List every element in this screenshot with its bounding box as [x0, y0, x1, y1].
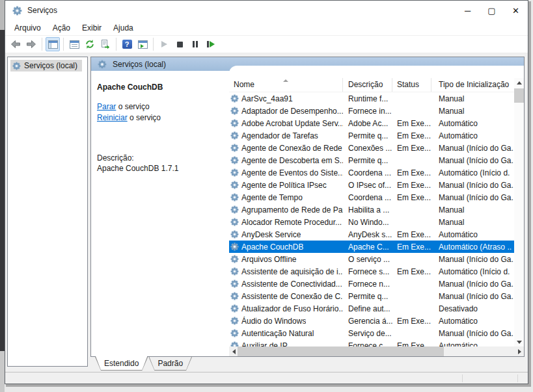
service-row[interactable]: Agente de Tempo Coordena ... Em Exe... M…	[229, 191, 514, 203]
service-row[interactable]: Auxiliar de IP Fornece c... Em Exe... Au…	[229, 339, 514, 346]
service-description-cell: O serviço ...	[343, 255, 392, 264]
restart-service-line: Reiniciar o serviço	[97, 112, 223, 123]
forward-button[interactable]	[24, 37, 38, 51]
show-console-tree-button[interactable]	[46, 37, 60, 51]
vertical-scroll-thumb[interactable]	[514, 88, 524, 103]
scroll-right-arrow[interactable]	[515, 346, 524, 356]
status-bar-separator	[517, 374, 518, 382]
service-gear-icon	[230, 280, 239, 288]
refresh-button[interactable]	[83, 37, 97, 51]
service-status-cell: Em Exe...	[392, 168, 431, 177]
column-header-nome[interactable]: Nome	[229, 78, 343, 92]
tab-padrao[interactable]: Padrão	[148, 357, 192, 371]
show-action-pane-button[interactable]	[135, 37, 150, 51]
menu-ajuda[interactable]: Ajuda	[107, 21, 139, 34]
service-row[interactable]: Assistente de Conectividad... Fornece n.…	[229, 278, 514, 290]
menu-acao[interactable]: Ação	[47, 21, 76, 34]
service-row[interactable]: Agente de Eventos do Siste... Coordena .…	[229, 166, 514, 179]
action-pane-icon	[138, 40, 148, 49]
service-startup-type-cell: Manual (Início do Ga.	[431, 329, 514, 338]
menu-arquivo[interactable]: Arquivo	[8, 21, 47, 34]
service-gear-icon	[230, 94, 239, 103]
menu-exibir[interactable]: Exibir	[76, 21, 107, 34]
service-row[interactable]: Autenticação Natural Serviço de... Manua…	[229, 327, 514, 339]
restart-service-suffix: o serviço	[128, 113, 161, 122]
service-row[interactable]: Agrupamento de Rede de Par Habilita a ..…	[229, 203, 514, 216]
status-bar-separator	[462, 374, 463, 382]
service-startup-type-cell: Manual (Início do Ga.	[431, 292, 514, 301]
service-startup-type-cell: Automático	[431, 131, 514, 140]
service-startup-type-cell: Automático (Início d.	[431, 168, 514, 177]
service-description-cell: Coordena ...	[343, 193, 392, 202]
service-startup-type-cell: Manual (Início do Ga.	[431, 144, 514, 153]
service-row[interactable]: Atualizador de Fuso Horário... Define au…	[229, 302, 514, 315]
service-status-cell: Em Exe...	[392, 242, 431, 252]
service-name-cell: Agente de Eventos do Siste...	[229, 168, 343, 177]
service-description-cell: No Windo...	[343, 218, 392, 227]
services-gear-icon	[12, 62, 21, 70]
horizontal-scrollbar[interactable]	[229, 346, 524, 356]
service-row[interactable]: Adobe Acrobat Update Serv... Adobe Ac...…	[229, 117, 514, 129]
service-description-cell: AnyDesk s...	[343, 230, 392, 239]
toolbar-separator	[42, 38, 42, 51]
service-row[interactable]: Apache CouchDB Apache C... Em Exe... Aut…	[229, 241, 514, 253]
close-button[interactable]: ✕	[504, 1, 528, 20]
service-row[interactable]: Agendador de Tarefas Permite q... Em Exe…	[229, 129, 514, 142]
service-row[interactable]: Assistente de aquisição de i... Fornece …	[229, 265, 514, 278]
service-row[interactable]: Adaptador de Desempenho... Fornece in...…	[229, 105, 514, 117]
service-gear-icon	[230, 119, 239, 127]
back-button[interactable]	[8, 37, 23, 51]
description-label: Descrição:	[97, 153, 223, 163]
vertical-scrollbar[interactable]	[514, 78, 524, 346]
pause-icon	[193, 41, 198, 47]
column-header-descricao[interactable]: Descrição	[343, 78, 392, 92]
stop-service-line: Parar o serviço	[97, 101, 223, 112]
tree-item-servicos-local[interactable]: Serviços (local)	[10, 60, 82, 72]
properties-button[interactable]	[67, 37, 81, 51]
service-row[interactable]: AnyDesk Service AnyDesk s... Em Exe... A…	[229, 228, 514, 241]
pause-service-button[interactable]	[188, 37, 202, 51]
horizontal-scroll-thumb[interactable]	[238, 346, 444, 356]
maximize-button[interactable]: ▢	[480, 1, 504, 20]
service-startup-type-cell: Automático (Início d.	[431, 267, 514, 276]
scroll-down-arrow[interactable]	[514, 337, 524, 346]
restart-service-link[interactable]: Reiniciar	[97, 113, 128, 122]
service-row[interactable]: Agente de Descoberta em S... Permite q..…	[229, 154, 514, 166]
service-description-cell: Gerencia á...	[343, 317, 392, 326]
service-gear-icon	[230, 168, 239, 177]
service-description-cell: Runtime f...	[343, 94, 392, 103]
column-header-status[interactable]: Status	[392, 78, 431, 92]
help-button[interactable]: ?	[120, 37, 134, 51]
start-service-button[interactable]	[157, 37, 171, 51]
export-list-button[interactable]	[98, 37, 113, 51]
console-tree-panel: Serviços (local)	[7, 57, 88, 367]
title-bar: Serviços ─ ▢ ✕	[5, 1, 528, 20]
tab-estendido[interactable]: Estendido	[95, 357, 148, 371]
service-row[interactable]: Agente de Conexão de Rede Conexões ... E…	[229, 142, 514, 154]
service-row[interactable]: AarSvc_4aa91 Runtime f... Manual	[229, 92, 514, 105]
service-row[interactable]: Agente de Política IPsec O IPsec of... E…	[229, 179, 514, 191]
service-gear-icon	[230, 304, 239, 313]
stop-service-button[interactable]	[172, 37, 187, 51]
scroll-left-arrow[interactable]	[229, 346, 238, 356]
service-name-cell: Assistente de Conectividad...	[229, 280, 343, 289]
toolbar-separator	[116, 38, 116, 51]
service-description-cell: Permite q...	[343, 292, 392, 301]
description-text: Apache CouchDB 1.7.1	[97, 163, 223, 174]
minimize-button[interactable]: ─	[456, 1, 480, 20]
column-header-tipo[interactable]: Tipo de Inicialização	[431, 78, 514, 92]
restart-service-button[interactable]	[204, 37, 218, 51]
services-gear-icon	[98, 60, 107, 69]
service-gear-icon	[230, 193, 239, 202]
scroll-up-arrow[interactable]	[514, 78, 524, 87]
service-name-cell: AarSvc_4aa91	[229, 94, 343, 103]
stop-icon	[177, 42, 183, 47]
service-row[interactable]: Arquivos Offline O serviço ... Manual (I…	[229, 253, 514, 265]
services-list: Nome Descrição Status Tipo de Inicializa…	[229, 66, 524, 356]
service-row[interactable]: Áudio do Windows Gerencia á... Em Exe...…	[229, 315, 514, 327]
service-gear-icon	[230, 131, 239, 140]
stop-service-link[interactable]: Parar	[97, 102, 116, 111]
service-row[interactable]: Assistente de Conexão de C... Permite q.…	[229, 290, 514, 302]
service-row[interactable]: Alocador Remote Procedur... No Windo... …	[229, 216, 514, 228]
service-gear-icon	[230, 292, 239, 300]
